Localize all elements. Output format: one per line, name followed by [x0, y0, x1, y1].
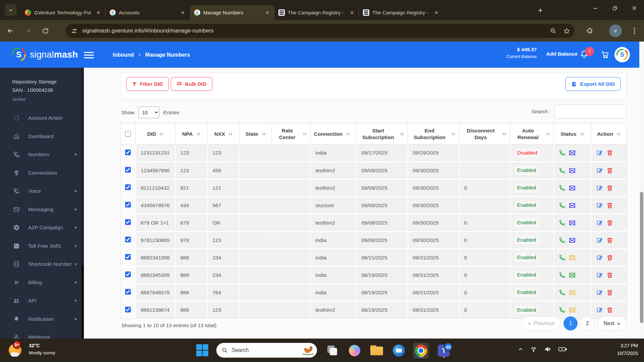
row-checkbox[interactable] [125, 289, 131, 295]
page-number-button[interactable]: 2 [580, 316, 594, 330]
sort-icon[interactable] [502, 131, 506, 137]
select-all-checkbox[interactable] [125, 131, 131, 137]
column-header[interactable]: Disconnect Days [459, 124, 510, 144]
filter-did-button[interactable]: Filter DID [126, 77, 169, 91]
tab-close-button[interactable]: ✕ [179, 9, 186, 16]
row-checkbox[interactable] [125, 202, 131, 207]
edit-icon[interactable] [596, 307, 603, 313]
thunderbird-button[interactable] [391, 343, 407, 358]
column-header[interactable]: Rate Center [272, 124, 311, 144]
page-size-select[interactable]: 10 [139, 107, 159, 118]
profile-avatar[interactable]: v [609, 24, 622, 37]
tab-close-button[interactable]: ✕ [264, 9, 271, 16]
phone-status-icon[interactable] [559, 220, 566, 226]
sort-icon[interactable] [616, 131, 621, 137]
sort-icon[interactable] [400, 131, 404, 137]
sort-icon[interactable] [546, 131, 550, 137]
mail-status-icon[interactable] [569, 220, 576, 226]
row-checkbox[interactable] [125, 254, 131, 260]
restore-button[interactable] [605, 0, 625, 16]
clock[interactable]: 3:27 PM 10/7/2025 [617, 343, 638, 356]
previous-page-button[interactable]: «Previous [522, 316, 561, 330]
column-header[interactable]: DID [136, 124, 175, 144]
task-view-button[interactable] [325, 343, 340, 358]
mail-status-icon[interactable] [569, 289, 576, 296]
trash-icon[interactable] [606, 254, 613, 261]
bulk-did-button[interactable]: Bulk DID [171, 77, 212, 91]
tab-close-button[interactable]: ✕ [433, 9, 440, 16]
teams-button[interactable]: T45 [436, 343, 451, 358]
column-header[interactable]: Action [591, 124, 627, 144]
sort-icon[interactable] [196, 131, 201, 137]
column-header[interactable]: Auto Renewal [510, 124, 554, 144]
sidebar-item-webhook[interactable]: Webhook [0, 328, 82, 339]
sort-icon[interactable] [159, 131, 164, 137]
phone-status-icon[interactable] [559, 167, 566, 174]
sidebar-item-numbers[interactable]: Numbers▼ [0, 145, 82, 164]
battery-icon[interactable] [558, 346, 567, 353]
export-all-did-button[interactable]: Export All DID [566, 77, 621, 91]
forward-button[interactable] [22, 25, 34, 37]
mail-status-icon[interactable] [569, 254, 576, 261]
sort-icon[interactable] [580, 131, 584, 137]
search-input[interactable] [554, 105, 627, 119]
mail-status-icon[interactable] [569, 272, 576, 279]
row-checkbox[interactable] [125, 167, 131, 173]
column-header[interactable]: Status [554, 124, 591, 144]
column-header[interactable]: Start Subscription [357, 124, 408, 144]
browser-tab[interactable]: SAccounts✕ [105, 5, 190, 20]
trash-icon[interactable] [606, 220, 613, 226]
browser-menu-button[interactable] [629, 25, 639, 37]
notifications-button[interactable]: 7 [580, 50, 589, 60]
edit-icon[interactable] [596, 289, 603, 296]
reload-button[interactable] [40, 25, 51, 37]
sidebar-item-api[interactable]: API▼ [0, 292, 82, 310]
row-checkbox[interactable] [125, 307, 131, 312]
tab-close-button[interactable]: ✕ [348, 9, 356, 16]
mail-status-icon[interactable] [569, 237, 576, 244]
new-tab-button[interactable]: + [535, 5, 545, 15]
sidebar-scrollbar[interactable] [82, 68, 84, 339]
sidebar-item-toll-free-sms[interactable]: Toll Free SMS▼ [0, 237, 82, 255]
edit-icon[interactable] [596, 220, 603, 226]
row-checkbox[interactable] [125, 219, 131, 225]
browser-tab[interactable]: The Campaign Registry -✕ [274, 5, 359, 20]
edit-icon[interactable] [596, 167, 603, 174]
sidebar-item-voice[interactable]: Voice▼ [0, 182, 82, 200]
chrome-button[interactable] [413, 343, 429, 358]
trash-icon[interactable] [606, 272, 613, 279]
tab-close-button[interactable]: ✕ [95, 9, 102, 16]
back-button[interactable] [5, 25, 16, 37]
sidebar-item-account-action[interactable]: Account Action [0, 109, 82, 127]
mail-status-icon[interactable] [569, 185, 576, 191]
column-header[interactable]: State [240, 124, 272, 144]
edit-icon[interactable] [596, 202, 603, 209]
trash-icon[interactable] [606, 307, 613, 313]
mail-status-icon[interactable] [569, 202, 576, 209]
page-scrollbar-thumb[interactable] [640, 192, 643, 323]
row-checkbox[interactable] [125, 237, 131, 242]
trash-icon[interactable] [606, 149, 613, 156]
row-checkbox[interactable] [125, 272, 131, 277]
add-balance-button[interactable]: Add Balance [546, 51, 578, 57]
tab-search-button[interactable] [5, 4, 17, 16]
page-scrollbar[interactable] [639, 42, 644, 339]
address-bar[interactable]: signalmash.gventure.info/#/inbound/manag… [66, 24, 574, 38]
phone-status-icon[interactable] [559, 289, 566, 296]
file-explorer-button[interactable] [369, 343, 384, 358]
page-number-button[interactable]: 1 [564, 316, 578, 330]
phone-status-icon[interactable] [559, 185, 566, 191]
edit-icon[interactable] [596, 185, 603, 191]
browser-tab[interactable]: GVenture Technology Pvt✕ [21, 5, 105, 20]
sidebar-item-billing[interactable]: W Billing▼ [0, 274, 82, 292]
next-page-button[interactable]: Next» [597, 316, 627, 330]
start-button[interactable] [196, 344, 208, 356]
phone-status-icon[interactable] [559, 254, 566, 261]
sidebar-toggle-button[interactable] [84, 50, 94, 59]
phone-status-icon[interactable] [559, 149, 566, 156]
sort-icon[interactable] [262, 131, 266, 137]
column-header[interactable]: NXX [208, 124, 240, 144]
cart-button[interactable] [600, 50, 610, 60]
sidebar-item-shortcode-number[interactable]: Shortcode Number▼ [0, 255, 82, 274]
trash-icon[interactable] [606, 202, 613, 209]
